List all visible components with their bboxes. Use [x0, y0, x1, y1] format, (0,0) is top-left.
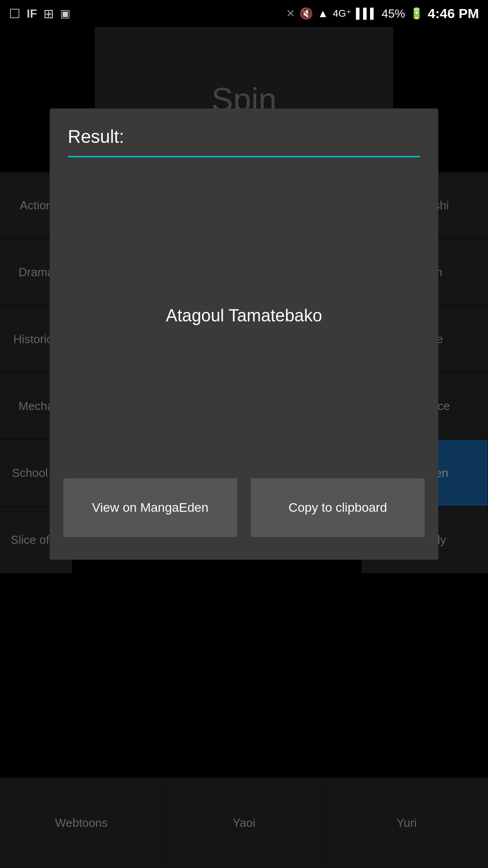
- dialog-result-text: Atagoul Tamatebako: [166, 306, 322, 326]
- status-time: 4:46 PM: [428, 6, 479, 21]
- dialog-header: Result:: [50, 108, 438, 157]
- dialog-title: Result:: [68, 127, 420, 147]
- facebook-icon: ☐: [9, 6, 20, 21]
- float-icon: ▣: [60, 7, 70, 20]
- wifi-icon: ▲: [318, 7, 328, 20]
- copy-to-clipboard-button[interactable]: Copy to clipboard: [251, 478, 425, 537]
- battery-percentage: 45%: [382, 7, 405, 21]
- status-bar-right: ✕ 🔇 ▲ 4G⁺ ▌▌▌ 45% 🔋 4:46 PM: [286, 6, 479, 21]
- bluetooth-icon: ✕: [286, 7, 295, 20]
- view-on-mangaeden-button[interactable]: View on MangaEden: [63, 478, 237, 537]
- result-dialog: Result: Atagoul Tamatebako View on Manga…: [50, 108, 438, 560]
- mute-icon: 🔇: [300, 7, 313, 20]
- status-bar-left: ☐ IF ⊞ ▣: [9, 6, 70, 21]
- status-bar: ☐ IF ⊞ ▣ ✕ 🔇 ▲ 4G⁺ ▌▌▌ 45% 🔋 4:46 PM: [0, 0, 488, 27]
- dialog-body: Atagoul Tamatebako: [50, 157, 438, 474]
- tuner-icon: ⊞: [43, 6, 54, 21]
- battery-icon: 🔋: [410, 7, 423, 20]
- dialog-actions: View on MangaEden Copy to clipboard: [50, 474, 438, 546]
- if-icon: IF: [27, 7, 37, 21]
- signal-icon: ▌▌▌: [356, 8, 377, 19]
- lte-icon: 4G⁺: [333, 8, 351, 19]
